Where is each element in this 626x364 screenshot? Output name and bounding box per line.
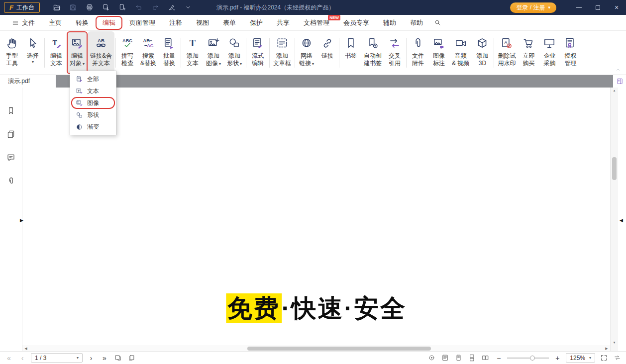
dropdown-item-gradient[interactable]: 渐变 (71, 121, 115, 133)
previous-page-button[interactable]: ‹ (17, 353, 27, 363)
menu-tab-page-management[interactable]: 页面管理 (122, 16, 162, 30)
scroll-up-arrow-icon[interactable]: ▲ (611, 89, 618, 92)
ribbon-button-auto-create-bookmark[interactable]: 自动创建书签 (361, 31, 384, 74)
tab-demo-pdf[interactable]: 演示.pdf (0, 75, 56, 88)
workspace-button[interactable]: F 工作台 (4, 2, 40, 13)
ribbon-button-bookmark[interactable]: 书签 (340, 31, 361, 74)
attachments-panel-button[interactable] (5, 176, 17, 186)
sidebar-expand-handle[interactable]: ▶ (20, 218, 23, 223)
horizontal-scroll-track[interactable] (29, 346, 603, 351)
undo-button[interactable] (133, 2, 145, 13)
scroll-left-arrow-icon[interactable]: ◀ (22, 347, 29, 351)
maximize-button[interactable] (588, 0, 607, 15)
print-button[interactable] (84, 2, 96, 13)
single-page-view-button[interactable] (453, 353, 463, 363)
ribbon-button-batch-replace[interactable]: 批量替换 (159, 31, 180, 74)
search-icon[interactable] (434, 19, 441, 26)
bookmarks-panel-button[interactable] (5, 105, 17, 116)
open-file-button[interactable] (51, 2, 63, 13)
zoom-out-button[interactable]: − (494, 353, 504, 363)
export-pdf-button[interactable] (100, 2, 112, 13)
right-panel-expand-handle[interactable]: ◀ (620, 218, 623, 223)
snapshot-button[interactable] (113, 353, 123, 363)
ribbon-button-image-annotation[interactable]: 图像标注 (428, 31, 449, 74)
menu-tab-home[interactable]: 主页 (42, 16, 69, 30)
toolbar-more-button[interactable] (182, 2, 194, 13)
dropdown-item-text[interactable]: T文本 (71, 85, 115, 97)
page-number-select[interactable]: 1 / 3 ▾ (31, 353, 83, 363)
minimize-button[interactable] (569, 0, 588, 15)
close-button[interactable]: × (607, 0, 626, 15)
menu-tab-edit[interactable]: 编辑 (96, 16, 122, 30)
collapse-ribbon-icon[interactable] (615, 67, 621, 73)
menu-tab-protect[interactable]: 保护 (243, 16, 270, 30)
zoom-slider[interactable] (507, 353, 549, 363)
create-pdf-button[interactable] (116, 2, 128, 13)
scroll-down-arrow-icon[interactable]: ▼ (611, 341, 618, 344)
menu-tab-document-management[interactable]: 文档管理NEW (297, 16, 336, 30)
ribbon-button-edit-object[interactable]: 编辑对象▾ (67, 31, 88, 74)
ribbon-button-add-article-box[interactable]: 添加文章框 (271, 31, 294, 74)
vertical-scrollbar[interactable]: ▲ ▼ (610, 88, 618, 351)
ribbon-button-buy-now[interactable]: 立即购买 (518, 31, 539, 74)
save-button[interactable] (67, 2, 79, 13)
redo-button[interactable] (149, 2, 161, 13)
continuous-view-button[interactable] (467, 353, 477, 363)
dropdown-item-all[interactable]: 全部 (71, 73, 115, 85)
ribbon-button-label: 删除试用水印 (498, 52, 516, 67)
zoom-slider-knob[interactable] (530, 356, 535, 361)
signature-tool-button[interactable] (166, 2, 178, 13)
ribbon-button-license-management[interactable]: 授权管理 (560, 31, 581, 74)
dropdown-item-image[interactable]: 图像 (71, 97, 115, 109)
ribbon-button-add-3d[interactable]: 添加3D (472, 31, 493, 74)
ribbon-button-select[interactable]: 选择▾ (22, 31, 43, 74)
ribbon-button-add-shape[interactable]: 添加形状▾ (224, 31, 245, 74)
copy-page-button[interactable] (126, 353, 136, 363)
ribbon-button-add-text[interactable]: T添加文本 (182, 31, 203, 74)
horizontal-scroll-thumb[interactable] (247, 347, 431, 351)
menu-tab-convert[interactable]: 转换 (69, 16, 96, 30)
menu-tab-share[interactable]: 共享 (270, 16, 297, 30)
facing-pages-view-button[interactable] (480, 353, 490, 363)
text-viewer-button[interactable] (440, 353, 450, 363)
dropdown-item-shape[interactable]: 形状 (71, 109, 115, 121)
ribbon-button-spell-check[interactable]: ABC拼写检查 (117, 31, 138, 74)
fit-screen-button[interactable] (599, 353, 609, 363)
ribbon-button-add-image[interactable]: 添加图像▾ (203, 31, 224, 74)
login-register-button[interactable]: 登录 / 注册 ▾ (510, 2, 556, 13)
horizontal-scrollbar[interactable]: ◀ ▶ (22, 346, 610, 351)
last-page-button[interactable]: » (100, 353, 109, 363)
menu-tab-member-exclusive[interactable]: 会员专享 (336, 16, 376, 30)
ribbon-button-link[interactable]: 链接 (317, 31, 338, 74)
zoom-in-button[interactable]: + (552, 353, 562, 363)
next-page-button[interactable]: › (86, 353, 96, 363)
menu-tab-help[interactable]: 帮助 (403, 16, 430, 30)
ribbon-button-flow-edit[interactable]: 流式编辑 (247, 31, 268, 74)
menu-tab-form[interactable]: 表单 (216, 16, 243, 30)
zoom-level-select[interactable]: 125% ▾ (566, 353, 595, 363)
comments-panel-button[interactable] (5, 152, 17, 163)
switch-view-button[interactable] (612, 353, 622, 363)
page-thumbnails-panel-button[interactable] (5, 129, 17, 140)
ribbon-button-search-replace[interactable]: ABAC搜索&替换 (138, 31, 159, 74)
menu-tab-view[interactable]: 视图 (189, 16, 216, 30)
ribbon-button-hand-tool[interactable]: 手型工具 (1, 31, 22, 74)
ribbon-separator (181, 38, 181, 68)
view-mode-button[interactable] (426, 353, 436, 363)
ribbon-button-file-attachment[interactable]: 文件附件 (408, 31, 428, 74)
ribbon-button-enterprise-purchase[interactable]: 企业采购 (539, 31, 560, 74)
ribbon-button-link-merge-text[interactable]: AB链接&合并文本 (88, 31, 114, 74)
menu-tab-comment[interactable]: 注释 (162, 16, 189, 30)
ribbon-button-web-link[interactable]: 网络链接▾ (296, 31, 317, 74)
ribbon-button-edit-text[interactable]: T编辑文本 (46, 31, 67, 74)
menu-tab-label: 转换 (76, 18, 89, 27)
scroll-right-arrow-icon[interactable]: ▶ (603, 347, 610, 351)
vertical-scroll-thumb[interactable] (612, 157, 617, 180)
first-page-button[interactable]: « (4, 353, 14, 363)
ribbon-button-cross-reference[interactable]: 交叉引用 (384, 31, 405, 74)
ribbon-button-audio-video[interactable]: 音频& 视频 (449, 31, 472, 74)
menu-tab-file[interactable]: 文件 (5, 16, 42, 30)
menu-tab-accessibility[interactable]: 辅助 (376, 16, 403, 30)
ribbon-button-remove-trial-watermark[interactable]: A删除试用水印 (495, 31, 518, 74)
right-panel-toggle-button[interactable] (613, 75, 626, 88)
